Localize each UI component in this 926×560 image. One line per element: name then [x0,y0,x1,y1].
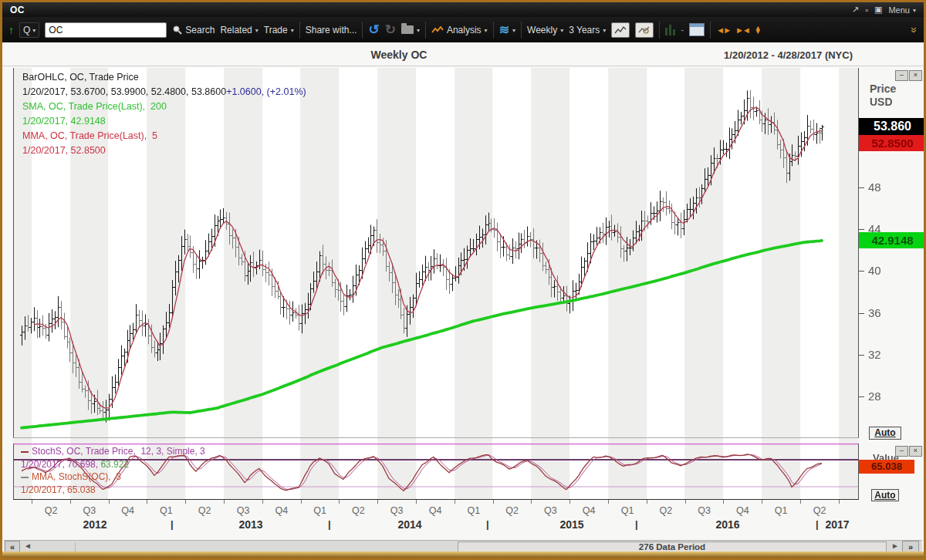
related-menu[interactable]: Related ▾ [220,25,258,35]
legend-text: 1/20/2017, 42.9148 [22,116,106,127]
chevron-down-icon: ▾ [291,27,294,34]
analysis-menu[interactable]: Analysis ▾ [431,25,488,35]
title-bar: OC ↗ ▫ ▣ Menu ▾ [2,2,924,17]
legend-text: 63.922 [100,459,129,470]
stoch-auto-scale-button[interactable]: Auto [871,489,899,501]
zigzag-icon [431,26,444,34]
x-axis-year-separator: | [816,518,819,530]
legend-text: 1/20/2017, 53.6700, 53.9900, 52.4800, 53… [22,86,226,97]
x-axis-tick [723,500,724,504]
chevron-down-icon: ▾ [485,27,488,34]
stoch-legend: StochS, OC, Trade Price, 12, 3, Simple, … [21,446,205,497]
x-axis-quarter-label: Q3 [390,505,404,516]
x-axis-tick [647,500,647,504]
x-axis-quarter-label: Q2 [198,505,211,516]
pin-icon[interactable]: ▫ [865,5,868,15]
period-menu[interactable]: Weekly ▾ [527,25,563,35]
stoch-badge: 65.038 [859,460,914,474]
window-title: OC [10,5,25,15]
share-button[interactable]: Share with... [306,25,357,35]
x-axis-tick [416,500,417,504]
x-axis-tick [685,500,686,504]
legend-line: 1/20/2017, 65.038 [21,484,205,498]
symbol-input[interactable] [45,22,167,38]
chart-date-range: 1/20/2012 - 4/28/2017 (NYC) [724,49,853,61]
minimize-panel-icon[interactable]: – [895,446,908,457]
price-axis-unit: USD [870,96,893,108]
chart-style-button[interactable] [611,22,630,38]
price-tick-mark [859,355,864,356]
search-button[interactable]: Search [172,25,215,35]
x-axis-quarter-label: Q4 [429,505,442,516]
chart-title: Weekly OC [13,49,785,61]
x-axis-year-label: 2017 [825,518,849,531]
price-auto-scale-button[interactable]: Auto [869,427,901,440]
toolbar-divider [299,22,300,39]
menu-button[interactable]: Menu ▾ [888,5,916,15]
range-menu[interactable]: 3 Years ▾ [569,25,606,35]
data-table-icon[interactable] [689,23,705,36]
search-icon [172,25,182,35]
x-axis-tick [224,500,225,504]
x-axis-year-label: 2016 [715,518,739,531]
legend-line: SMA, OC, Trade Price(Last), 200 [22,101,306,116]
price-axis-title: Price [870,83,896,95]
x-axis-quarter-label: Q3 [544,505,557,516]
legend-line: BarOHLC, OC, Trade Price [22,72,306,86]
step-right-button[interactable]: ► [891,541,899,550]
candlestick-icon[interactable] [665,25,675,35]
x-axis-quarter-label: Q4 [583,505,596,516]
x-axis-quarter-label: Q2 [352,505,365,516]
x-axis-quarter-label: Q1 [160,505,173,516]
x-axis-quarter-label: Q1 [621,505,634,516]
x-axis-tick [608,500,609,504]
header-divider [2,66,924,66]
folder-icon [401,25,414,34]
chevron-down-icon: ▾ [913,7,916,14]
expand-horizontal-icon[interactable]: ◄► [716,25,730,35]
legend-text: StochS, OC, Trade Price, 12, 3, Simple, … [32,446,205,457]
undo-icon[interactable]: ↺ [368,23,379,36]
app-window: OC ↗ ▫ ▣ Menu ▾ ↑ Q ▾ Search Related [0,0,926,560]
up-arrow-icon[interactable]: ↑ [8,24,14,36]
legend-line: 1/20/2017, 70.698, 63.922 [21,459,205,472]
legend-text: 1/20/2017, 70.698, [21,459,100,470]
x-axis-tick [185,500,186,504]
restore-icon[interactable]: ▣ [874,5,882,15]
chevron-down-icon: ▾ [560,27,563,34]
price-tick-label: 32 [868,348,881,361]
x-axis-quarter-label: Q1 [313,505,326,516]
x-axis-year-separator: | [328,518,331,530]
x-axis-tick [70,500,71,504]
collapse-horizontal-icon[interactable]: ►◄ [735,25,749,35]
waves-menu[interactable]: ≋ ▾ [499,22,515,37]
close-panel-icon[interactable]: × [909,70,922,81]
legend-text: MMA, OC, Trade Price(Last), 5 [22,130,157,141]
trade-menu[interactable]: Trade ▾ [264,25,294,35]
popout-icon[interactable]: ↗ [852,5,859,15]
x-axis-tick [800,500,801,504]
collapse-toolbar-icon[interactable]: » [908,27,921,33]
price-tick-mark [859,396,864,397]
redo-icon[interactable]: ↻ [385,23,396,36]
step-left-button[interactable]: ◄ [24,541,32,550]
x-axis-tick [455,500,455,504]
legend-text: 1/20/2017, 65.038 [21,484,96,495]
x-axis-tick [301,500,302,504]
minimize-panel-icon[interactable]: – [895,70,908,81]
price-badge: 42.9148 [859,232,926,248]
expand-vertical-icon[interactable]: ▲▼ [755,26,762,34]
legend-line: 1/20/2017, 42.9148 [22,116,306,130]
x-axis-tick [531,500,532,504]
quick-quote-button[interactable]: Q ▾ [19,22,39,38]
toolbar-divider [425,22,426,39]
chart-magnifier-icon [638,25,651,35]
x-axis-tick [839,500,840,504]
chart-zoom-button[interactable] [635,22,654,38]
price-tick-mark [859,229,864,230]
layouts-menu[interactable]: ▾ [401,25,420,34]
x-axis-quarter-label: Q2 [659,505,672,516]
legend-marker [21,451,29,453]
close-panel-icon[interactable]: × [909,446,922,457]
x-axis-year-separator: | [486,518,489,530]
